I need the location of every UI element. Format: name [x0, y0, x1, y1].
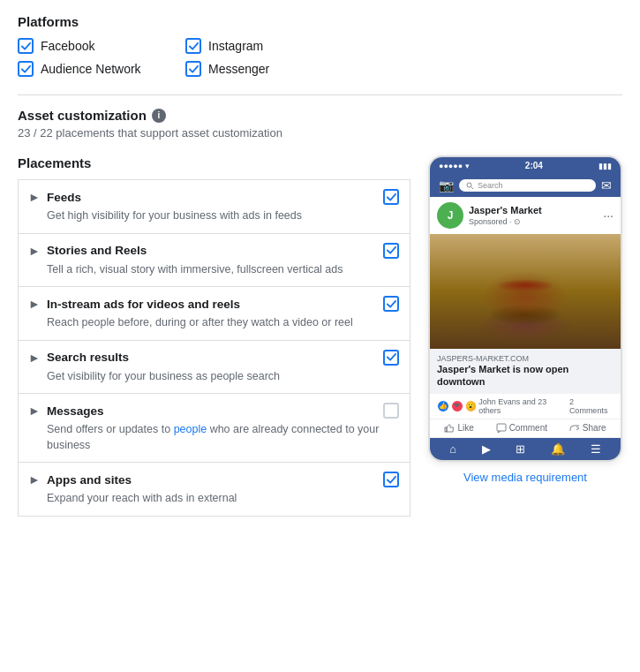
asset-customization-section: Asset customization i 23 / 22 placements… — [18, 94, 622, 140]
post-info: Jasper's Market Sponsored · ⊙ — [469, 205, 598, 225]
post-options-icon[interactable]: ··· — [603, 208, 614, 223]
instream-desc: Reach people before, during or after the… — [47, 315, 399, 331]
phone-signal-icon: ●●●●● ▾ — [439, 162, 470, 170]
feeds-chevron-icon[interactable]: ► — [29, 192, 40, 202]
platforms-title: Platforms — [18, 14, 622, 29]
asset-subtitle: 23 / 22 placements that support asset cu… — [18, 126, 622, 140]
messages-desc-link[interactable]: people — [174, 423, 207, 435]
placement-item-search: ► Search results Get visibility for your… — [18, 340, 410, 394]
phone-camera-icon: 📷 — [439, 178, 454, 193]
reactions-text: John Evans and 23 others — [478, 397, 569, 415]
placement-item-messages: ► Messages Send offers or updates to peo… — [18, 393, 410, 462]
feeds-desc: Get high visibility for your business wi… — [47, 208, 399, 224]
search-checkbox[interactable] — [383, 350, 399, 366]
messages-name: Messages — [47, 404, 104, 418]
comment-action-button[interactable]: Comment — [496, 423, 547, 434]
placement-item-apps-sites: ► Apps and sites Expand your reach with … — [18, 462, 410, 517]
audience-network-label: Audience Network — [41, 62, 141, 76]
avatar-letter: J — [448, 209, 454, 222]
comment-label: Comment — [509, 423, 547, 433]
messenger-label: Messenger — [208, 62, 269, 76]
stories-checkbox[interactable] — [383, 243, 399, 259]
platform-item-audience-network[interactable]: Audience Network — [18, 61, 150, 77]
platform-item-facebook[interactable]: Facebook — [18, 38, 150, 54]
phone-search-bar[interactable]: Search — [459, 179, 596, 192]
search-bar-text: Search — [478, 181, 503, 190]
asset-title-text: Asset customization — [18, 108, 147, 123]
avatar: J — [437, 202, 463, 229]
instream-checkbox[interactable] — [383, 296, 399, 312]
svg-rect-3 — [497, 424, 506, 431]
stories-chevron-icon[interactable]: ► — [29, 245, 40, 256]
placement-apps-header: ► Apps and sites — [29, 472, 399, 487]
feeds-checkbox[interactable] — [383, 189, 399, 205]
placements-list: Placements ► Feeds Get high visibility f… — [18, 155, 410, 517]
burger-visual — [430, 234, 621, 349]
facebook-checkbox[interactable] — [18, 38, 34, 54]
post-business-name: Jasper's Market — [469, 205, 598, 216]
store-footer-icon[interactable]: ⊞ — [516, 442, 525, 456]
placement-messages-left: ► Messages — [29, 404, 104, 418]
post-actions: Like Comment Share — [430, 419, 621, 438]
placement-item-stories-reels: ► Stories and Reels Tell a rich, visual … — [18, 233, 410, 287]
placement-search-header: ► Search results — [29, 350, 399, 366]
like-action-icon — [444, 423, 455, 434]
messages-chevron-icon[interactable]: ► — [29, 405, 40, 416]
phone-frame: ●●●●● ▾ 2:04 ▮▮▮ 📷 Search ✉ — [428, 155, 622, 462]
info-icon[interactable]: i — [152, 109, 166, 123]
post-link-title: Jasper's Market is now open downtown — [437, 363, 614, 389]
stories-name: Stories and Reels — [47, 244, 147, 257]
search-desc: Get visibility for your business as peop… — [47, 369, 399, 385]
placement-stories-header: ► Stories and Reels — [29, 243, 399, 259]
placement-instream-header: ► In-stream ads for videos and reels — [29, 296, 399, 312]
menu-footer-icon[interactable]: ☰ — [591, 442, 601, 456]
search-chevron-icon[interactable]: ► — [29, 352, 40, 363]
love-reaction-icon: ❤ — [451, 400, 463, 412]
platform-item-instagram[interactable]: Instagram — [185, 38, 318, 54]
apps-chevron-icon[interactable]: ► — [29, 474, 40, 485]
phone-time: 2:04 — [525, 161, 543, 170]
placement-item-feeds: ► Feeds Get high visibility for your bus… — [18, 179, 410, 233]
home-footer-icon[interactable]: ⌂ — [449, 442, 456, 456]
platforms-section: Platforms Facebook Instagram — [18, 14, 622, 77]
facebook-label: Facebook — [41, 39, 94, 53]
placement-feeds-left: ► Feeds — [29, 191, 81, 204]
phone-messenger-icon: ✉ — [601, 178, 612, 193]
like-label: Like — [457, 423, 473, 433]
phone-preview: ●●●●● ▾ 2:04 ▮▮▮ 📷 Search ✉ — [428, 155, 622, 517]
reaction-emojis: 👍 ❤ 😮 John Evans and 23 others — [437, 397, 569, 415]
placements-title: Placements — [18, 155, 410, 170]
wow-reaction-icon: 😮 — [465, 400, 478, 412]
audience-network-checkbox[interactable] — [18, 61, 34, 77]
post-sponsored-label: Sponsored · ⊙ — [469, 217, 598, 226]
instream-chevron-icon[interactable]: ► — [29, 298, 40, 309]
like-action-button[interactable]: Like — [444, 423, 473, 434]
apps-desc: Expand your reach with ads in external — [47, 491, 399, 507]
search-name: Search results — [47, 351, 129, 364]
post-footer-icons: ⌂ ▶ ⊞ 🔔 ☰ — [430, 438, 621, 460]
bell-footer-icon[interactable]: 🔔 — [551, 442, 565, 456]
svg-rect-2 — [445, 427, 447, 432]
placements-section: Placements ► Feeds Get high visibility f… — [18, 155, 622, 517]
messages-desc-before: Send offers or updates to — [47, 423, 174, 435]
placement-messages-header: ► Messages — [29, 403, 399, 419]
svg-point-0 — [467, 183, 471, 187]
post-reactions-row: 👍 ❤ 😮 John Evans and 23 others 2 Comment… — [430, 394, 621, 419]
post-image — [430, 234, 621, 349]
instagram-checkbox[interactable] — [185, 38, 201, 54]
share-action-icon — [569, 423, 580, 434]
share-action-button[interactable]: Share — [569, 423, 606, 434]
placement-feeds-header: ► Feeds — [29, 189, 399, 205]
share-label: Share — [583, 423, 606, 433]
placement-apps-left: ► Apps and sites — [29, 473, 132, 487]
messenger-checkbox[interactable] — [185, 61, 201, 77]
phone-status-bar: ●●●●● ▾ 2:04 ▮▮▮ — [430, 157, 621, 174]
platform-item-messenger[interactable]: Messenger — [185, 61, 318, 77]
post-link-preview: JASPERS-MARKET.COM Jasper's Market is no… — [430, 349, 621, 394]
view-media-link[interactable]: View media requirement — [428, 471, 622, 484]
phone-battery-icon: ▮▮▮ — [599, 162, 612, 170]
messages-checkbox[interactable] — [383, 403, 399, 419]
post-link-url: JASPERS-MARKET.COM — [437, 354, 614, 363]
apps-checkbox[interactable] — [383, 472, 399, 487]
play-footer-icon[interactable]: ▶ — [482, 442, 491, 456]
